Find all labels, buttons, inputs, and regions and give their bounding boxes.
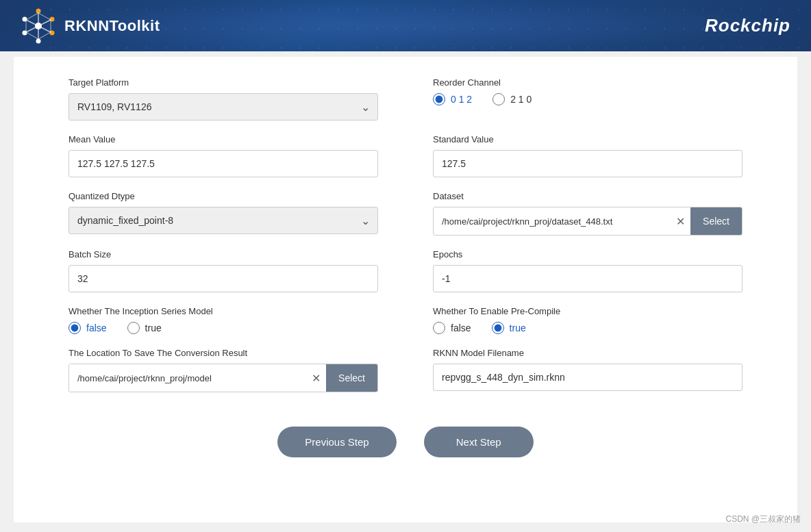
previous-step-button[interactable]: Previous Step — [277, 427, 396, 457]
mean-value-group: Mean Value — [68, 134, 378, 177]
target-platform-label: Target Platform — [68, 77, 378, 88]
precompile-true-radio[interactable] — [492, 322, 504, 334]
reorder-012-radio[interactable] — [433, 93, 445, 105]
dataset-input[interactable] — [434, 207, 671, 235]
save-location-input[interactable] — [69, 364, 306, 392]
inception-false-radio[interactable] — [68, 322, 81, 334]
logo-area: RKNNToolkit — [21, 8, 160, 44]
dataset-input-group: ✕ Select — [433, 207, 743, 236]
dataset-label: Dataset — [433, 191, 743, 201]
save-location-label: The Location To Save The Conversion Resu… — [68, 348, 378, 358]
standard-value-input[interactable] — [433, 150, 743, 177]
target-platform-select-wrapper: RV1109, RV1126 RV1126 RV1109 ⌄ — [68, 93, 378, 121]
rknn-filename-group: RKNN Model Filename — [433, 348, 743, 392]
precompile-false-radio[interactable] — [433, 322, 445, 334]
precompile-false-option[interactable]: false — [433, 322, 471, 334]
standard-value-label: Standard Value — [433, 134, 743, 144]
watermark-text: CSDN @三叔家的猪 — [725, 514, 801, 525]
save-location-input-group: ✕ Select — [68, 364, 378, 392]
reorder-210-radio[interactable] — [492, 93, 505, 105]
target-platform-select[interactable]: RV1109, RV1126 RV1126 RV1109 — [68, 93, 378, 121]
reorder-channel-label: Reorder Channel — [433, 77, 743, 88]
save-location-group: The Location To Save The Conversion Resu… — [68, 348, 378, 392]
svg-line-12 — [26, 20, 38, 26]
inception-label: Whether The Inception Series Model — [68, 306, 378, 316]
inception-true-radio[interactable] — [127, 322, 140, 334]
main-content: Target Platform RV1109, RV1126 RV1126 RV… — [14, 57, 797, 522]
inception-true-option[interactable]: true — [127, 322, 162, 334]
mean-value-label: Mean Value — [68, 134, 378, 144]
dataset-select-button[interactable]: Select — [690, 207, 742, 235]
batch-size-input[interactable] — [68, 265, 378, 292]
quantized-dtype-label: Quantized Dtype — [68, 191, 378, 201]
mean-value-input[interactable] — [68, 150, 378, 177]
save-location-select-button[interactable]: Select — [326, 364, 377, 392]
precompile-true-option[interactable]: true — [492, 322, 526, 334]
precompile-label: Whether To Enable Pre-Compile — [433, 306, 743, 316]
bottom-actions: Previous Step Next Step — [68, 427, 743, 471]
svg-line-8 — [38, 20, 51, 26]
reorder-channel-group: Reorder Channel 0 1 2 2 1 0 — [433, 77, 743, 121]
reorder-radio-group: 0 1 2 2 1 0 — [433, 93, 743, 105]
reorder-210-label: 2 1 0 — [510, 94, 532, 105]
save-location-clear-button[interactable]: ✕ — [306, 372, 326, 385]
next-step-button[interactable]: Next Step — [424, 427, 534, 457]
reorder-012-label: 0 1 2 — [451, 94, 472, 105]
brand-logo-text: Rockchip — [705, 15, 790, 36]
form-grid: Target Platform RV1109, RV1126 RV1126 RV… — [68, 77, 743, 406]
precompile-true-label: true — [510, 322, 526, 333]
reorder-012-option[interactable]: 0 1 2 — [433, 93, 472, 105]
inception-true-label: true — [145, 322, 162, 333]
app-header: RKNNToolkit Rockchip — [0, 0, 811, 51]
svg-line-9 — [38, 26, 51, 32]
epochs-label: Epochs — [433, 249, 743, 259]
app-name-text: RKNNToolkit — [64, 17, 160, 35]
inception-false-option[interactable]: false — [68, 322, 107, 334]
epochs-group: Epochs — [433, 249, 743, 292]
target-platform-group: Target Platform RV1109, RV1126 RV1126 RV… — [68, 77, 378, 121]
precompile-radio-group: false true — [433, 322, 743, 334]
app-logo-icon — [21, 8, 56, 44]
precompile-group: Whether To Enable Pre-Compile false true — [433, 306, 743, 334]
inception-false-label: false — [86, 322, 107, 333]
batch-size-group: Batch Size — [68, 249, 378, 292]
epochs-input[interactable] — [433, 265, 743, 292]
quantized-dtype-group: Quantized Dtype dynamic_fixed_point-8 dy… — [68, 191, 378, 236]
standard-value-group: Standard Value — [433, 134, 743, 177]
precompile-false-label: false — [451, 322, 471, 333]
quantized-dtype-select[interactable]: dynamic_fixed_point-8 dynamic_fixed_poin… — [68, 207, 378, 234]
reorder-210-option[interactable]: 2 1 0 — [492, 93, 532, 105]
rknn-filename-label: RKNN Model Filename — [433, 348, 743, 358]
rknn-filename-input[interactable] — [433, 364, 743, 391]
dataset-group: Dataset ✕ Select — [433, 191, 743, 236]
dataset-clear-button[interactable]: ✕ — [671, 215, 690, 228]
svg-line-11 — [26, 26, 38, 32]
quantized-dtype-select-wrapper: dynamic_fixed_point-8 dynamic_fixed_poin… — [68, 207, 378, 234]
batch-size-label: Batch Size — [68, 249, 378, 259]
inception-radio-group: false true — [68, 322, 378, 334]
inception-group: Whether The Inception Series Model false… — [68, 306, 378, 334]
